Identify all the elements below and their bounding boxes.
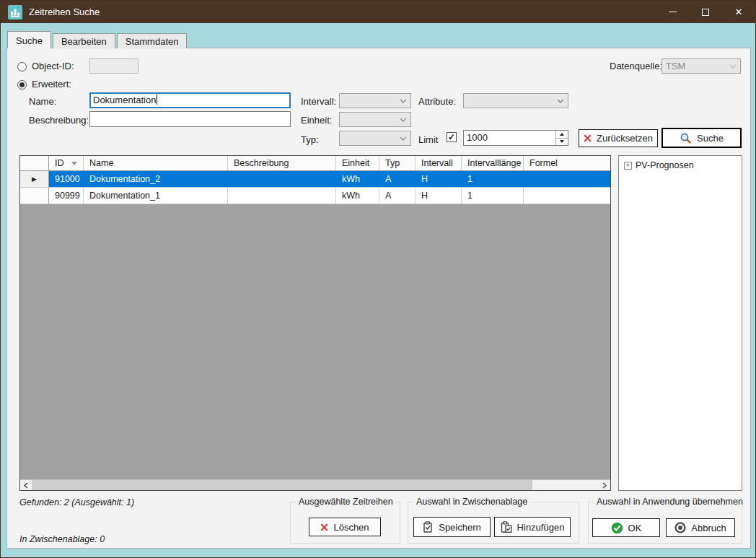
column-header-name[interactable]: Name — [84, 156, 228, 170]
column-header-id[interactable]: ID — [49, 156, 84, 170]
chevron-down-icon — [400, 118, 407, 122]
tree-node-pv-prognosen[interactable]: + PV-Prognosen — [624, 160, 694, 170]
table-row[interactable]: 90999 Dokumentation_1 kWh A H 1 — [20, 188, 610, 204]
einheit-select — [339, 112, 411, 127]
beschreibung-label: Beschreibung: — [29, 115, 89, 126]
limit-spinner[interactable]: 1000 — [463, 130, 568, 146]
group-clipboard: Auswahl in Zwischenablage Speichern Hinz… — [408, 502, 579, 544]
row-selector-header — [20, 156, 49, 170]
name-value: Dokumentation — [93, 95, 156, 105]
abbruch-label: Abbruch — [691, 523, 726, 533]
column-header-typ[interactable]: Typ — [379, 156, 416, 170]
red-x-icon — [320, 523, 328, 531]
clipboard-status: In Zwischenablage: 0 — [19, 534, 105, 544]
limit-value[interactable]: 1000 — [464, 131, 555, 145]
horizontal-scrollbar[interactable] — [20, 479, 610, 490]
chevron-down-icon — [400, 136, 407, 141]
cell-name: Dokumentation_1 — [84, 188, 228, 204]
cell-einheit: kWh — [336, 171, 379, 187]
speichern-button[interactable]: Speichern — [413, 517, 491, 537]
window-title: Zeitreihen Suche — [29, 6, 100, 17]
minimize-button[interactable] — [656, 1, 689, 23]
app-window: Zeitreihen Suche ✕ Suche Bearbeiten Stam… — [0, 0, 756, 558]
ok-button[interactable]: OK — [592, 518, 660, 537]
title-bar: Zeitreihen Suche ✕ — [1, 1, 755, 23]
typ-select — [339, 131, 411, 146]
name-input[interactable]: Dokumentation — [89, 92, 291, 108]
column-label: ID — [55, 158, 64, 168]
datenquelle-value: TSM — [666, 61, 685, 71]
loeschen-label: Löschen — [333, 522, 369, 533]
chevron-down-icon — [729, 64, 737, 69]
spinner-down-button[interactable] — [556, 138, 568, 146]
scroll-left-button[interactable] — [20, 480, 32, 490]
suche-label: Suche — [697, 133, 724, 144]
row-selector-cell: ▶ — [20, 171, 49, 187]
clipboard-add-icon — [501, 521, 512, 533]
column-header-einheit[interactable]: Einheit — [336, 156, 379, 170]
group-apply: Auswahl in Anwendung übernehmen OK Abbru… — [588, 502, 742, 544]
cell-intervalllaenge: 1 — [462, 171, 524, 187]
cell-einheit: kWh — [336, 188, 379, 204]
chevron-down-icon — [557, 99, 564, 103]
maximize-icon — [702, 9, 709, 16]
results-table: ID Name Beschreibung Einheit Typ Interva… — [19, 155, 611, 491]
tree-expand-icon[interactable]: + — [624, 162, 632, 170]
zuruecksetzen-label: Zurücksetzen — [597, 133, 653, 144]
search-icon — [680, 132, 692, 144]
sort-desc-icon — [71, 162, 77, 165]
down-arrow-icon — [560, 140, 564, 143]
cell-beschreibung — [228, 188, 336, 204]
abbruch-button[interactable]: Abbruch — [666, 518, 735, 537]
check-icon: ✓ — [448, 132, 455, 142]
beschreibung-input[interactable] — [89, 111, 291, 127]
tab-bearbeiten[interactable]: Bearbeiten — [53, 33, 115, 48]
loeschen-button[interactable]: Löschen — [309, 518, 381, 536]
scrollbar-thumb[interactable] — [32, 480, 532, 490]
tree-node-label: PV-Prognosen — [636, 160, 694, 170]
cell-intervall: H — [416, 171, 462, 187]
attribute-label: Attribute: — [418, 96, 456, 107]
close-icon: ✕ — [735, 6, 743, 17]
speichern-label: Speichern — [439, 522, 481, 533]
column-header-intervall[interactable]: Intervall — [416, 156, 462, 170]
row-selector-cell — [20, 188, 49, 204]
scroll-right-button[interactable] — [599, 480, 610, 490]
table-empty-area — [20, 204, 610, 479]
app-chart-icon — [8, 5, 22, 19]
group-selected-series: Ausgewählte Zeitreihen Löschen — [290, 502, 400, 544]
table-row-selected[interactable]: ▶ 91000 Dokumentation_2 kWh A H 1 — [20, 171, 610, 188]
limit-checkbox[interactable]: ✓ — [447, 132, 457, 142]
table-header-row: ID Name Beschreibung Einheit Typ Interva… — [20, 156, 610, 171]
object-id-radio[interactable] — [17, 62, 27, 71]
erweitert-radio[interactable] — [17, 80, 27, 90]
spinner-up-button[interactable] — [556, 131, 568, 138]
tab-suche[interactable]: Suche — [7, 31, 51, 48]
column-header-beschreibung[interactable]: Beschreibung — [228, 156, 336, 170]
green-check-icon — [611, 522, 623, 534]
column-header-formel[interactable]: Formel — [524, 156, 610, 170]
hinzufuegen-button[interactable]: Hinzufügen — [494, 517, 571, 537]
zuruecksetzen-button[interactable]: Zurücksetzen — [579, 129, 658, 147]
chevron-down-icon — [400, 99, 407, 103]
datenquelle-select: TSM — [662, 58, 741, 74]
object-id-label: Object-ID: — [32, 61, 74, 71]
column-header-intervalllaenge[interactable]: Intervalllänge — [462, 156, 524, 170]
minimize-icon — [669, 12, 677, 12]
group-title: Ausgewählte Zeitreihen — [296, 497, 396, 507]
chevron-left-icon — [24, 482, 28, 489]
current-row-icon: ▶ — [32, 175, 37, 183]
object-id-input — [89, 58, 139, 74]
cell-typ: A — [379, 171, 416, 187]
tab-stammdaten[interactable]: Stammdaten — [117, 33, 188, 48]
suche-button[interactable]: Suche — [662, 128, 742, 148]
scrollbar-track[interactable] — [532, 480, 599, 490]
maximize-button[interactable] — [689, 1, 722, 23]
einheit-label: Einheit: — [301, 115, 332, 126]
stop-icon — [674, 522, 686, 533]
erweitert-label: Erweitert: — [32, 79, 71, 90]
close-button[interactable]: ✕ — [722, 1, 755, 23]
intervall-select — [339, 93, 411, 108]
up-arrow-icon — [560, 133, 564, 136]
hinzufuegen-label: Hinzufügen — [517, 522, 565, 533]
